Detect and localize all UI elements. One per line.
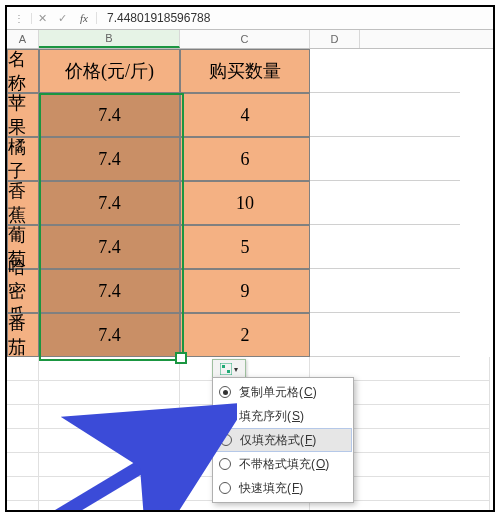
cell-name[interactable]: 苹果 <box>7 93 39 137</box>
cell-qty[interactable]: 9 <box>180 269 310 313</box>
table-row: 苹果 7.4 4 <box>7 93 493 137</box>
cell-qty-header[interactable]: 购买数量 <box>180 49 310 93</box>
dropdown-icon: ▾ <box>234 365 238 374</box>
cell-blank[interactable] <box>310 181 460 225</box>
radio-icon <box>219 482 231 494</box>
cell-price[interactable]: 7.4 <box>39 225 180 269</box>
svg-rect-1 <box>222 365 225 368</box>
cell-name-header[interactable]: 名称 <box>7 49 39 93</box>
menu-fill-without-format[interactable]: 不带格式填充(O) <box>213 452 353 476</box>
table-row: 橘子 7.4 6 <box>7 137 493 181</box>
spreadsheet-grid[interactable]: 名称 价格(元/斤) 购买数量 苹果 7.4 4 橘子 7.4 6 香蕉 7.4… <box>7 49 493 512</box>
cell-qty[interactable]: 2 <box>180 313 310 357</box>
menu-label: 填充序列 <box>239 407 287 425</box>
menu-label: 复制单元格 <box>239 383 299 401</box>
menu-fill-format-only[interactable]: 仅填充格式(F) <box>214 428 352 452</box>
cell-blank[interactable] <box>310 269 460 313</box>
cell-blank[interactable] <box>310 313 460 357</box>
cell-price-header[interactable]: 价格(元/斤) <box>39 49 180 93</box>
table-row: 香蕉 7.4 10 <box>7 181 493 225</box>
formula-cancel-button[interactable]: ✕ <box>32 12 52 25</box>
column-header-row: A B C D <box>7 30 493 49</box>
cell-qty[interactable]: 6 <box>180 137 310 181</box>
menu-flash-fill[interactable]: 快速填充(F) <box>213 476 353 500</box>
autofill-options-menu: 复制单元格(C) 填充序列(S) 仅填充格式(F) 不带格式填充(O) 快速填充… <box>212 377 354 503</box>
cell-price[interactable]: 7.4 <box>39 313 180 357</box>
formula-confirm-button[interactable]: ✓ <box>52 12 72 25</box>
col-header-b[interactable]: B <box>39 30 180 48</box>
radio-icon <box>220 434 232 446</box>
formula-value[interactable]: 7.44801918596788 <box>97 11 210 25</box>
cell-name[interactable]: 哈密瓜 <box>7 269 39 313</box>
menu-label: 仅填充格式 <box>240 431 300 449</box>
cell-price[interactable]: 7.4 <box>39 269 180 313</box>
svg-rect-0 <box>220 363 232 375</box>
autofill-icon <box>220 363 232 375</box>
col-header-d[interactable]: D <box>310 30 360 48</box>
menu-label: 不带格式填充 <box>239 455 311 473</box>
cell-blank[interactable] <box>310 93 460 137</box>
app-frame: ⋮ ✕ ✓ fx 7.44801918596788 A B C D 名称 价格(… <box>5 5 495 512</box>
cell-name[interactable]: 橘子 <box>7 137 39 181</box>
cell-price[interactable]: 7.4 <box>39 93 180 137</box>
cell-blank[interactable] <box>310 49 460 93</box>
col-header-a[interactable]: A <box>7 30 39 48</box>
cell-qty[interactable]: 10 <box>180 181 310 225</box>
menu-fill-series[interactable]: 填充序列(S) <box>213 404 353 428</box>
table-row: 番茄 7.4 2 <box>7 313 493 357</box>
cell-price[interactable]: 7.4 <box>39 181 180 225</box>
namebox-dropdown-icon[interactable]: ⋮ <box>7 13 32 24</box>
cell-qty[interactable]: 5 <box>180 225 310 269</box>
menu-copy-cells[interactable]: 复制单元格(C) <box>213 380 353 404</box>
cell-blank[interactable] <box>310 137 460 181</box>
formula-bar: ⋮ ✕ ✓ fx 7.44801918596788 <box>7 7 493 30</box>
cell-blank[interactable] <box>310 225 460 269</box>
menu-label: 快速填充 <box>239 479 287 497</box>
table-row: 哈密瓜 7.4 9 <box>7 269 493 313</box>
radio-icon <box>219 410 231 422</box>
autofill-options-button[interactable]: ▾ <box>212 359 246 379</box>
cell-name[interactable]: 香蕉 <box>7 181 39 225</box>
col-header-c[interactable]: C <box>180 30 310 48</box>
radio-icon <box>219 386 231 398</box>
radio-icon <box>219 458 231 470</box>
cell-name[interactable]: 番茄 <box>7 313 39 357</box>
table-header-row: 名称 价格(元/斤) 购买数量 <box>7 49 493 93</box>
fx-button[interactable]: fx <box>72 12 97 24</box>
svg-rect-2 <box>227 370 230 373</box>
cell-price[interactable]: 7.4 <box>39 137 180 181</box>
fill-handle[interactable] <box>175 352 187 364</box>
table-row: 葡萄 7.4 5 <box>7 225 493 269</box>
cell-qty[interactable]: 4 <box>180 93 310 137</box>
